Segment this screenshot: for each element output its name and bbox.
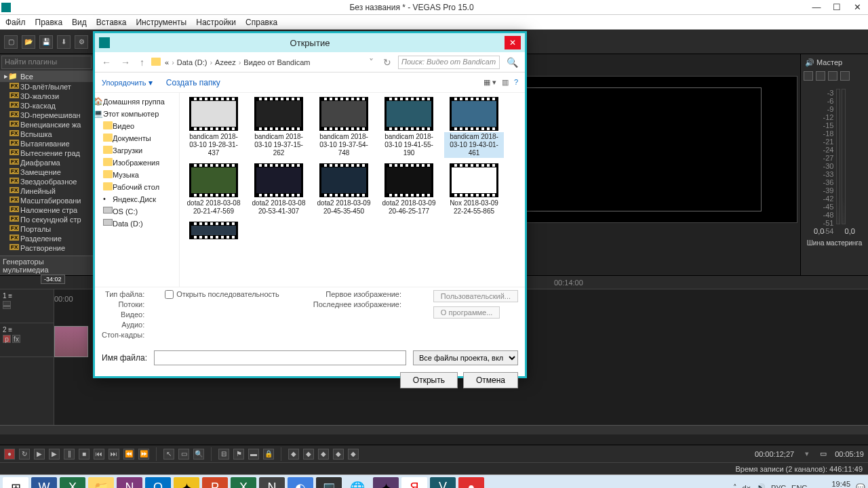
fx-item[interactable]: Растворение	[0, 243, 93, 253]
filter-select[interactable]: Все файлы проекта, включая	[413, 350, 518, 365]
sequence-checkbox[interactable]	[165, 290, 174, 299]
menu-Вставка[interactable]: Вставка	[96, 18, 127, 27]
notif-icon[interactable]: 💬	[856, 483, 865, 488]
file-item[interactable]: bandicam 2018-03-10 19-43-01-461	[444, 97, 504, 158]
sidebar-item[interactable]: 💻Этот компьютер	[98, 108, 176, 120]
menu-Вид[interactable]: Вид	[72, 18, 87, 27]
fx-item[interactable]: Линейный	[0, 186, 93, 196]
file-item[interactable]: bandicam 2018-03-10 19-37-54-748	[314, 97, 374, 158]
play2-icon[interactable]: ▶	[49, 449, 60, 460]
menu-Правка[interactable]: Правка	[35, 18, 63, 27]
yandex-icon[interactable]: Я	[401, 477, 427, 489]
play-start-icon[interactable]: ▶	[34, 449, 45, 460]
powerpoint-icon[interactable]: P	[202, 477, 228, 489]
menu-Инструменты[interactable]: Инструменты	[136, 18, 186, 27]
vegas-icon[interactable]: V	[430, 477, 456, 489]
maximize-button[interactable]: ☐	[827, 1, 846, 14]
rec-icon[interactable]: ●	[4, 449, 15, 460]
fx-item[interactable]: Замещение	[0, 167, 93, 177]
sidebar-item[interactable]: OS (C:)	[98, 205, 176, 218]
marker-icon[interactable]: ⚑	[233, 449, 244, 460]
fx-item[interactable]: 3D-влёт/вылет	[0, 82, 93, 92]
rev-icon[interactable]: ⏪	[123, 449, 134, 460]
bandicam-icon[interactable]: ●	[458, 477, 484, 489]
app3-icon[interactable]: 💻	[316, 477, 342, 489]
sidebar-item[interactable]: Рабочий стол	[98, 181, 176, 193]
dialog-file-area[interactable]: bandicam 2018-03-10 19-28-31-437bandicam…	[180, 93, 525, 287]
file-item[interactable]: dota2 2018-03-08 20-21-47-569	[184, 163, 243, 216]
save-icon[interactable]: 💾	[39, 35, 53, 49]
new-folder-button[interactable]: Создать папку	[166, 78, 220, 87]
file-item[interactable]: dota2 2018-03-09 20-46-25-177	[379, 163, 439, 216]
close-button[interactable]: ✕	[848, 1, 867, 14]
path-dropdown-icon[interactable]: ˅	[366, 57, 376, 68]
stop2-icon[interactable]: ■	[79, 449, 90, 460]
file-item[interactable]: bandicam 2018-03-10 19-41-55-190	[379, 97, 439, 158]
t1-icon[interactable]: ◆	[288, 449, 299, 460]
file-item[interactable]: dota2 2018-03-08 20-53-41-307	[249, 163, 309, 216]
t3-icon[interactable]: ◆	[318, 449, 329, 460]
video-clip[interactable]	[54, 326, 88, 357]
tray-arrow-icon[interactable]: ˄	[733, 483, 737, 488]
sidebar-item[interactable]: Data (D:)	[98, 218, 176, 230]
word-icon[interactable]: W	[31, 477, 57, 489]
zoom-icon[interactable]: 🔍	[193, 449, 204, 460]
search-input[interactable]: Найти плагины	[1, 56, 92, 69]
fx-item[interactable]: Вытеснение град	[0, 148, 93, 158]
sidebar-item[interactable]: Музыка	[98, 169, 176, 181]
render-icon[interactable]: ⬇	[57, 35, 71, 49]
track-head-1[interactable]: 1 ≡ —	[0, 289, 54, 323]
select-icon[interactable]: ▭	[178, 449, 189, 460]
fx2-icon[interactable]	[816, 71, 825, 81]
t4-icon[interactable]: ◆	[333, 449, 344, 460]
organize-button[interactable]: Упорядочить ▾	[102, 78, 153, 87]
help-icon[interactable]: ?	[514, 78, 518, 87]
tree-root[interactable]: ▸📁 Все	[0, 70, 93, 82]
fx-item[interactable]: Наложение стра	[0, 205, 93, 215]
search-icon[interactable]: 🔍	[504, 57, 521, 68]
sidebar-item[interactable]: Видео	[98, 120, 176, 132]
nox-icon[interactable]: N	[259, 477, 285, 489]
fx-item[interactable]: Порталы	[0, 224, 93, 234]
app1-icon[interactable]: ✦	[174, 477, 199, 489]
excel2-icon[interactable]: X	[231, 477, 256, 489]
view-icon[interactable]: ▦ ▾	[484, 78, 496, 87]
menu-Настройки[interactable]: Настройки	[196, 18, 236, 27]
next-icon[interactable]: ⏭	[108, 449, 119, 460]
sidebar-item[interactable]: Загрузки	[98, 144, 176, 157]
fx-item[interactable]: Звездообразное	[0, 177, 93, 186]
file-item[interactable]: Nox 2018-03-09 22-24-55-865	[444, 163, 504, 216]
fx-item[interactable]: Разделение	[0, 234, 93, 243]
clock[interactable]: 19:45 10.03.2018	[813, 480, 850, 489]
app2-icon[interactable]: ◐	[288, 477, 313, 489]
fx-item[interactable]: Венецианские жа	[0, 120, 93, 129]
preview-pane-icon[interactable]: ▥	[502, 78, 509, 87]
up-button[interactable]: ↑	[137, 57, 147, 68]
filename-input[interactable]	[154, 350, 406, 365]
fx1-icon[interactable]	[804, 71, 813, 81]
onenote-icon[interactable]: N	[117, 477, 142, 489]
menu-Справка[interactable]: Справка	[245, 18, 277, 27]
dialog-close-button[interactable]: ✕	[505, 36, 521, 49]
lock-icon[interactable]: 🔒	[263, 449, 274, 460]
prev-icon[interactable]: ⏮	[94, 449, 104, 460]
menu-Файл[interactable]: Файл	[5, 18, 26, 27]
t2-icon[interactable]: ◆	[303, 449, 314, 460]
loop-icon[interactable]: ↻	[19, 449, 30, 460]
forward-button[interactable]: →	[118, 57, 133, 68]
system-tray[interactable]: ˄ d× 🔊 РУС ENG 19:45 10.03.2018 💬	[733, 480, 865, 489]
excel-icon[interactable]: X	[60, 477, 85, 489]
snap-icon[interactable]: ⊟	[218, 449, 229, 460]
region-icon[interactable]: ▬	[248, 449, 259, 460]
fx-item[interactable]: 3D-перемешиван	[0, 110, 93, 120]
cursor-icon[interactable]: ↖	[163, 449, 174, 460]
fx3-icon[interactable]	[828, 71, 837, 81]
app4-icon[interactable]: ✦	[373, 477, 399, 489]
explorer-icon[interactable]: 📁	[88, 477, 114, 489]
dialog-search-input[interactable]: Поиск: Видео от Bandicam	[398, 56, 500, 69]
open-button[interactable]: Открыть	[400, 372, 458, 388]
dialog-sidebar[interactable]: 🏠Домашняя группа💻Этот компьютерВидеоДоку…	[95, 93, 180, 287]
open-icon[interactable]: 📂	[22, 35, 35, 49]
sidebar-item[interactable]: Документы	[98, 132, 176, 144]
pause2-icon[interactable]: ‖	[64, 449, 75, 460]
